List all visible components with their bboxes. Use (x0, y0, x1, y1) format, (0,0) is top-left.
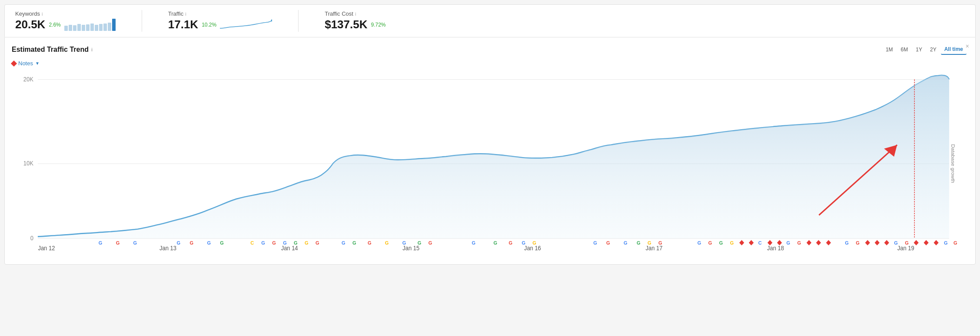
chart-area: 20K 10K 0 Database growth (12, 70, 967, 257)
svg-text:0: 0 (30, 235, 33, 242)
svg-text:G: G (316, 240, 319, 245)
keywords-mini-chart (64, 19, 116, 31)
svg-text:G: G (894, 240, 898, 245)
traffic-label: Traffic (168, 10, 183, 17)
svg-text:Jan 14: Jan 14 (281, 245, 298, 252)
svg-text:G: G (385, 240, 389, 245)
svg-text:Jan 12: Jan 12 (38, 245, 55, 252)
svg-text:G: G (429, 240, 432, 245)
svg-text:G: G (272, 240, 276, 245)
traffic-change: 10.2% (202, 22, 216, 28)
svg-text:G: G (294, 240, 298, 245)
svg-text:G: G (207, 240, 211, 245)
time-btn-1m[interactable]: 1M (882, 45, 897, 54)
notes-label: Notes (18, 60, 33, 67)
mini-bar (103, 24, 107, 31)
mini-bar (90, 24, 94, 30)
svg-rect-75 (933, 240, 938, 245)
chart-panel: Estimated Traffic Trend i 1M 6M 1Y 2Y Al… (4, 37, 976, 265)
svg-text:Jan 18: Jan 18 (767, 245, 784, 252)
svg-text:G: G (99, 240, 103, 245)
svg-text:G: G (708, 240, 712, 245)
traffic-cost-info-icon[interactable]: i (355, 11, 356, 17)
keywords-change: 2.6% (49, 22, 60, 28)
svg-rect-57 (749, 240, 754, 245)
svg-rect-69 (875, 240, 880, 245)
svg-text:G: G (176, 240, 180, 245)
svg-text:G: G (342, 240, 345, 245)
traffic-metric: Traffic i 17.1K 10.2% (168, 10, 272, 31)
svg-text:G: G (189, 240, 193, 245)
svg-text:G: G (532, 240, 536, 245)
traffic-cost-change: 9.72% (371, 22, 385, 28)
svg-text:20K: 20K (23, 76, 33, 83)
mini-bar (108, 23, 111, 30)
keywords-label: Keywords (15, 10, 40, 17)
traffic-cost-metric: Traffic Cost i $137.5K 9.72% (325, 10, 385, 31)
mini-bar-active (112, 19, 116, 31)
svg-rect-73 (914, 240, 919, 245)
svg-text:G: G (719, 240, 723, 245)
mini-bar (82, 25, 85, 30)
svg-rect-74 (924, 240, 928, 245)
svg-text:G: G (953, 240, 957, 245)
mini-bar (95, 25, 98, 31)
notes-button[interactable]: Notes ▼ (12, 60, 40, 67)
chart-header: Estimated Traffic Trend i 1M 6M 1Y 2Y Al… (12, 44, 967, 55)
keywords-metric: Keywords i 20.5K 2.6% (15, 10, 116, 31)
close-button[interactable]: × (966, 43, 969, 50)
keywords-value: 20.5K (15, 18, 45, 31)
chart-info-icon[interactable]: i (91, 47, 93, 52)
svg-text:G: G (283, 240, 287, 245)
svg-text:G: G (305, 240, 309, 245)
svg-text:G: G (508, 240, 512, 245)
time-btn-alltime[interactable]: All time (941, 44, 967, 55)
svg-text:G: G (352, 240, 356, 245)
svg-rect-65 (826, 240, 831, 245)
svg-text:G: G (133, 240, 137, 245)
svg-text:G: G (648, 240, 651, 245)
traffic-value: 17.1K (168, 18, 198, 31)
chart-title: Estimated Traffic Trend i (12, 46, 93, 54)
mini-bar (69, 25, 72, 31)
svg-text:G: G (944, 240, 948, 245)
svg-text:Jan 15: Jan 15 (402, 245, 419, 252)
svg-text:G: G (593, 240, 597, 245)
traffic-cost-label: Traffic Cost (325, 10, 353, 17)
time-btn-1y[interactable]: 1Y (912, 45, 926, 54)
mini-bar (86, 24, 90, 31)
svg-text:10K: 10K (23, 160, 33, 167)
svg-rect-68 (865, 240, 870, 245)
chart-time-controls: 1M 6M 1Y 2Y All time (882, 44, 967, 55)
svg-text:G: G (522, 240, 525, 245)
svg-text:G: G (116, 240, 120, 245)
metrics-bar: Keywords i 20.5K 2.6% (4, 4, 976, 37)
svg-text:G: G (637, 240, 641, 245)
time-btn-2y[interactable]: 2Y (927, 45, 940, 54)
svg-text:Jan 16: Jan 16 (524, 245, 541, 252)
svg-text:G: G (845, 240, 849, 245)
traffic-cost-value: $137.5K (325, 18, 367, 31)
svg-rect-64 (816, 240, 821, 245)
svg-text:G: G (368, 240, 372, 245)
svg-rect-63 (807, 240, 811, 245)
svg-text:G: G (787, 240, 791, 245)
mini-bar (64, 26, 68, 30)
traffic-info-icon[interactable]: i (185, 11, 186, 17)
svg-text:G: G (493, 240, 497, 245)
svg-text:G: G (606, 240, 610, 245)
svg-text:Jan 19: Jan 19 (897, 245, 914, 252)
notes-row: Notes ▼ (12, 60, 967, 67)
svg-text:G: G (698, 240, 701, 245)
svg-text:Jan 13: Jan 13 (159, 245, 176, 252)
svg-text:G: G (220, 240, 224, 245)
svg-rect-7 (914, 80, 949, 239)
divider-2 (298, 10, 299, 32)
svg-text:G: G (402, 240, 406, 245)
time-btn-6m[interactable]: 6M (897, 45, 912, 54)
mini-bar (73, 25, 76, 31)
svg-text:G: G (730, 240, 734, 245)
keywords-info-icon[interactable]: i (42, 11, 43, 17)
svg-rect-70 (884, 240, 889, 245)
svg-text:G: G (658, 240, 662, 245)
